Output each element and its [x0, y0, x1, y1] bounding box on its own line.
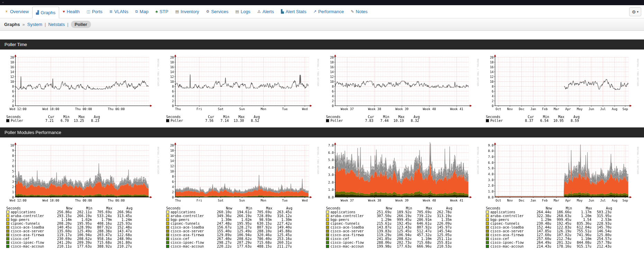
legend-module-row: aruba-controller322.38u268.63u1.20m315.9…: [486, 214, 641, 218]
module-value: 260.10u: [211, 210, 232, 214]
poller-time-graph-4[interactable]: [483, 54, 639, 115]
series-value: 8.37: [518, 119, 533, 123]
tab-performance[interactable]: ↗Performance: [310, 5, 347, 18]
series-name: Poller: [330, 119, 358, 123]
tab-inventory[interactable]: ▤Inventory: [172, 5, 202, 18]
legend-col-header: Min: [374, 115, 389, 119]
poller-modules-graph-2[interactable]: [163, 142, 319, 206]
module-value: 630.15u: [252, 222, 272, 225]
breadcrumb-active-item: Poller: [71, 21, 91, 28]
module-value: 1.29m: [371, 218, 391, 222]
module-name: cipsec-tunnels: [330, 222, 371, 225]
legend-col-header: Min: [72, 206, 92, 210]
module-name: aruba-controller: [11, 214, 52, 218]
tab-label: Performance: [318, 9, 344, 14]
tab-notes[interactable]: ✎Notes: [347, 5, 371, 18]
legend-col-header: Max: [92, 206, 112, 210]
legend-col-header: Avg: [245, 115, 260, 119]
tab-alerts[interactable]: ⚠Alerts: [254, 5, 278, 18]
module-value: 705.69u: [411, 210, 432, 214]
legend-col-header: Min: [214, 115, 229, 119]
module-value: 208.20u: [52, 222, 72, 225]
module-name: cisco-mac-accoun: [171, 244, 211, 248]
module-color-swatch: [166, 218, 169, 221]
module-value: 98.93m: [252, 218, 272, 222]
device-navbar: ☀Overview▟Graphs♥Health◫Ports≣VLANs⧉Map♣…: [0, 5, 644, 18]
series-name: Poller: [11, 119, 38, 123]
module-value: 126.19u: [551, 229, 571, 233]
legend-module-row: cisco-mac-accoun220.22u177.63u488.15u211…: [166, 244, 321, 248]
module-value: 125.45u: [391, 229, 411, 233]
breadcrumb-link-system[interactable]: System: [27, 22, 42, 27]
module-value: 189.92u: [391, 210, 411, 214]
legend-module-row: cisco-ace-loadba140.45u128.99u807.92u152…: [6, 225, 161, 229]
tab-overview[interactable]: ☀Overview: [1, 5, 32, 18]
module-value: 255.81u: [432, 241, 452, 244]
series-color-swatch: [486, 119, 489, 122]
map-icon: ⧉: [135, 10, 138, 14]
module-value: 230.69u: [52, 237, 72, 241]
legend-col-header: Max: [70, 115, 85, 119]
legend-col-header: Avg: [85, 115, 100, 119]
section-title: Poller Modules Performance: [4, 130, 61, 135]
tab-health[interactable]: ♥Health: [59, 5, 83, 18]
poller-modules-graph-4[interactable]: [483, 142, 639, 206]
module-color-swatch: [6, 214, 9, 217]
poller-modules-legend: SecondsNowMinMaxAvgapplications256.86u20…: [6, 206, 161, 248]
poller-modules-graph-1[interactable]: [3, 142, 159, 206]
module-name: cisco-ace-server: [171, 229, 211, 233]
module-color-swatch: [166, 214, 169, 217]
module-value: 241.20u: [52, 241, 72, 244]
breadcrumb-link-netstats[interactable]: Netstats: [48, 22, 65, 27]
tab-vlans[interactable]: ≣VLANs: [106, 5, 132, 18]
tab-stp[interactable]: ♣STP: [152, 5, 172, 18]
poller-time-graph-1[interactable]: [3, 54, 159, 115]
legend-col-header: Avg: [112, 206, 133, 210]
module-value: 145.54u: [432, 229, 452, 233]
tab-logs[interactable]: ▤Logs: [232, 5, 254, 18]
legend-col-header: Max: [229, 115, 245, 119]
module-value: 457.32u: [411, 233, 432, 237]
module-value: 122.68u: [112, 233, 132, 237]
module-value: 349.36u: [211, 214, 232, 218]
module-color-swatch: [166, 211, 169, 214]
module-color-swatch: [326, 214, 329, 217]
legend-module-row: cisco-ipsec-flow288.06u202.73u715.68u255…: [326, 241, 481, 244]
module-color-swatch: [326, 218, 329, 221]
series-name: Poller: [171, 119, 198, 123]
legend-header-row: SecondsNowMinMaxAvg: [486, 206, 641, 210]
module-value: 666.96u: [411, 244, 432, 248]
module-value: 211.27u: [272, 244, 292, 248]
chevron-down-icon: ▾: [637, 10, 638, 14]
legend-module-row: cisco-ipsec-flow241.20u209.39u715.68u261…: [6, 241, 161, 244]
poller-time-graph-3[interactable]: [323, 54, 479, 115]
module-value: 715.68u: [411, 241, 432, 244]
module-value: 107.02u: [551, 233, 571, 237]
module-value: 147.85u: [531, 229, 551, 233]
module-color-swatch: [6, 233, 9, 236]
settings-button[interactable]: ⚙ ▾: [629, 7, 641, 16]
stp-icon: ♣: [155, 10, 158, 14]
gear-icon: ⚙: [632, 10, 636, 14]
module-name: cisco-cef: [330, 237, 371, 241]
series-value: 10.19: [389, 119, 404, 123]
module-value: 286.91m: [411, 218, 432, 222]
module-value: 122.83u: [551, 225, 571, 229]
module-color-swatch: [166, 245, 169, 248]
module-color-swatch: [326, 233, 329, 236]
poller-time-graph-2[interactable]: [163, 54, 319, 115]
tab-map[interactable]: ⧉Map: [132, 5, 152, 18]
tab-services[interactable]: ⚙Services: [202, 5, 232, 18]
module-value: 226.09u: [432, 222, 452, 225]
poller-modules-graph-3[interactable]: [323, 142, 479, 206]
poller-time-legend: SecondsCurMinMaxAvgPoller7.567.1413.308.…: [166, 115, 321, 123]
tab-graphs[interactable]: ▟Graphs: [32, 7, 59, 18]
services-icon: ⚙: [206, 10, 209, 14]
legend-unit-label: Seconds: [166, 206, 212, 210]
module-value: 2.53m: [591, 218, 611, 222]
module-color-swatch: [326, 211, 329, 214]
tab-ports[interactable]: ◫Ports: [83, 5, 106, 18]
module-value: 264.44u: [531, 210, 551, 214]
module-name: cisco-ace-server: [330, 229, 371, 233]
tab-alert-stats[interactable]: ▙Alert Stats: [278, 5, 310, 18]
